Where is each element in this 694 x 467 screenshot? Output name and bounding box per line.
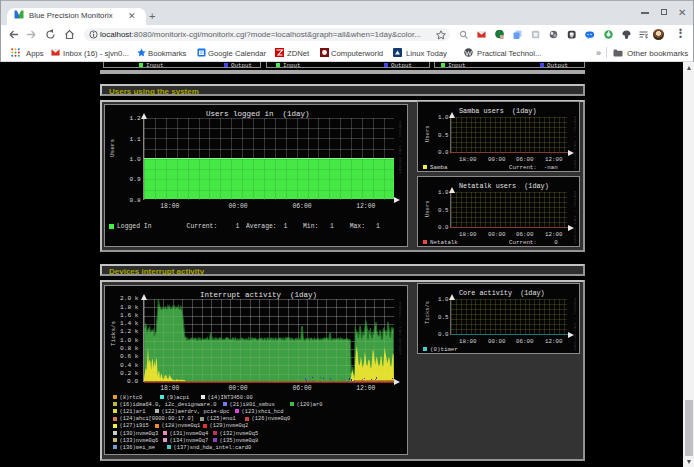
- svg-text:31: 31: [200, 50, 205, 55]
